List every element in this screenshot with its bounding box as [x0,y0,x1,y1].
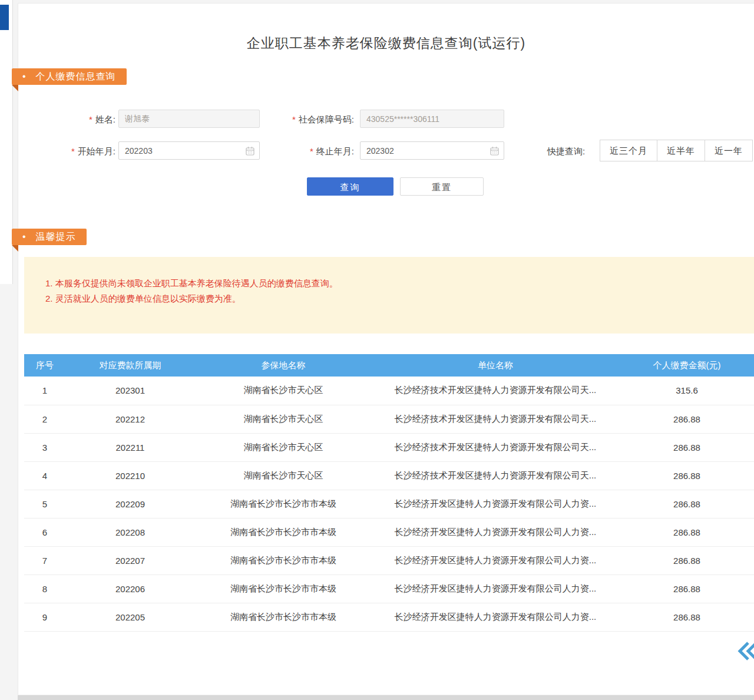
ribbon-fold [12,245,18,252]
table-cell: 湖南省长沙市长沙市市本级 [195,574,372,603]
quick-last-half-year-button[interactable]: 近半年 [657,140,705,161]
table-cell: 202206 [65,574,195,603]
table-cell: 202208 [65,518,195,546]
main-panel: 企业职工基本养老保险缴费信息查询(试运行) • 个人缴费信息查询 *姓名: *社… [18,3,754,695]
section-header-tips: • 温馨提示 [12,229,87,245]
required-asterisk: * [71,146,75,156]
start-month-label: *开始年月: [51,146,115,157]
table-cell: 202212 [65,405,195,433]
collapse-double-left-chevron-icon[interactable] [734,639,754,665]
bullet-icon: • [22,232,27,242]
table-cell: 长沙经济开发区捷特人力资源开发有限公司人力资... [372,546,619,574]
bottom-scroll-track[interactable] [18,695,754,700]
ssn-field-wrap [360,110,504,128]
table-cell: 长沙经济开发区捷特人力资源开发有限公司人力资... [372,603,619,631]
section-header-personal-query: • 个人缴费信息查询 [12,68,127,85]
reset-button[interactable]: 重置 [400,177,484,196]
table-cell: 286.88 [619,461,754,490]
tip-line: 2. 灵活就业人员的缴费单位信息以实际缴费为准。 [45,291,743,306]
table-cell: 286.88 [619,433,754,461]
required-asterisk: * [292,114,296,124]
table-cell: 3 [24,433,65,461]
end-month-input[interactable] [360,141,504,160]
table-cell: 湖南省长沙市长沙市市本级 [195,603,372,631]
table-cell: 长沙经济技术开发区捷特人力资源开发有限公司天... [372,433,619,461]
page: 企业职工基本养老保险缴费信息查询(试运行) • 个人缴费信息查询 *姓名: *社… [0,0,754,700]
tip-line: 1. 本服务仅提供尚未领取企业职工基本养老保险待遇人员的缴费信息查询。 [45,276,743,291]
col-area: 参保地名称 [195,354,372,377]
table-row: 2202212湖南省长沙市天心区长沙经济技术开发区捷特人力资源开发有限公司天..… [24,405,754,433]
collapsed-sidebar-rail [0,0,13,284]
table-cell: 长沙经济开发区捷特人力资源开发有限公司人力资... [372,574,619,603]
required-asterisk: * [310,146,313,156]
section-header-label: 温馨提示 [36,231,76,243]
table-row: 4202210湖南省长沙市天心区长沙经济技术开发区捷特人力资源开发有限公司天..… [24,461,754,490]
table-cell: 长沙经济开发区捷特人力资源开发有限公司人力资... [372,490,619,518]
table-cell: 湖南省长沙市天心区 [195,405,372,433]
table-header: 序号 对应费款所属期 参保地名称 单位名称 个人缴费金额(元) [24,354,754,377]
col-company: 单位名称 [372,354,619,377]
col-seq: 序号 [24,354,65,377]
payment-records-table: 序号 对应费款所属期 参保地名称 单位名称 个人缴费金额(元) 1202301湖… [24,354,754,632]
table-cell: 202301 [65,377,195,405]
ribbon-fold [12,85,18,91]
calendar-icon[interactable] [490,146,499,156]
table-cell: 8 [24,574,65,603]
table-cell: 4 [24,461,65,490]
table-cell: 1 [24,377,65,405]
required-asterisk: * [89,114,92,124]
table-row: 8202206湖南省长沙市长沙市市本级长沙经济开发区捷特人力资源开发有限公司人力… [24,574,754,603]
table-row: 6202208湖南省长沙市长沙市市本级长沙经济开发区捷特人力资源开发有限公司人力… [24,518,754,546]
table-row: 1202301湖南省长沙市天心区长沙经济技术开发区捷特人力资源开发有限公司天..… [24,377,754,405]
quick-query-label: 快捷查询: [547,146,594,157]
table-cell: 9 [24,603,65,631]
page-title: 企业职工基本养老保险缴费信息查询(试运行) [18,34,754,52]
ssn-label: *社会保障号码: [266,114,354,126]
name-input[interactable] [118,110,260,128]
table-cell: 湖南省长沙市天心区 [195,433,372,461]
table-cell: 202211 [65,433,195,461]
table-cell: 长沙经济技术开发区捷特人力资源开发有限公司天... [372,405,619,433]
table-cell: 7 [24,546,65,574]
quick-query-group: 近三个月 近半年 近一年 [600,140,753,161]
quick-last-3-months-button[interactable]: 近三个月 [600,140,657,161]
query-button[interactable]: 查询 [307,177,393,196]
sidebar-toggle-tab[interactable] [0,5,9,30]
table-cell: 长沙经济开发区捷特人力资源开发有限公司人力资... [372,518,619,546]
table-cell: 286.88 [619,490,754,518]
table-cell: 湖南省长沙市长沙市市本级 [195,490,372,518]
table-cell: 286.88 [619,574,754,603]
start-month-field-wrap [118,141,260,160]
end-month-field-wrap [360,141,504,160]
table-row: 5202209湖南省长沙市长沙市市本级长沙经济开发区捷特人力资源开发有限公司人力… [24,490,754,518]
table-cell: 202205 [65,603,195,631]
ssn-input[interactable] [360,110,504,128]
table-row: 3202211湖南省长沙市天心区长沙经济技术开发区捷特人力资源开发有限公司天..… [24,433,754,461]
table-cell: 315.6 [619,377,754,405]
table-cell: 2 [24,405,65,433]
quick-last-year-button[interactable]: 近一年 [705,140,753,161]
warm-tips-box: 1. 本服务仅提供尚未领取企业职工基本养老保险待遇人员的缴费信息查询。 2. 灵… [24,257,754,334]
table-cell: 286.88 [619,518,754,546]
col-period: 对应费款所属期 [65,354,195,377]
section-header-label: 个人缴费信息查询 [36,71,116,83]
table-cell: 202207 [65,546,195,574]
table-cell: 202210 [65,461,195,490]
name-label: *姓名: [51,114,115,126]
table-cell: 长沙经济技术开发区捷特人力资源开发有限公司天... [372,461,619,490]
bullet-icon: • [22,71,27,82]
table-cell: 6 [24,518,65,546]
table-row: 9202205湖南省长沙市长沙市市本级长沙经济开发区捷特人力资源开发有限公司人力… [24,603,754,631]
table-cell: 286.88 [619,405,754,433]
table-body: 1202301湖南省长沙市天心区长沙经济技术开发区捷特人力资源开发有限公司天..… [24,377,754,631]
table-row: 7202207湖南省长沙市长沙市市本级长沙经济开发区捷特人力资源开发有限公司人力… [24,546,754,574]
table-cell: 286.88 [619,603,754,631]
table-cell: 202209 [65,490,195,518]
start-month-input[interactable] [118,141,260,160]
table-cell: 长沙经济技术开发区捷特人力资源开发有限公司天... [372,377,619,405]
table-cell: 湖南省长沙市长沙市市本级 [195,546,372,574]
table-cell: 湖南省长沙市长沙市市本级 [195,518,372,546]
table-cell: 286.88 [619,546,754,574]
calendar-icon[interactable] [246,146,254,156]
table-cell: 5 [24,490,65,518]
